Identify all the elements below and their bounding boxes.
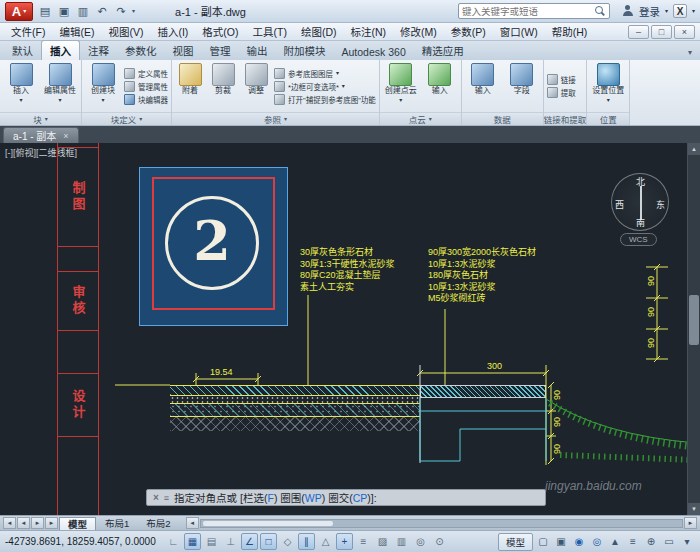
menu-window[interactable]: 窗口(W) [493, 23, 545, 40]
workspace-switch-icon[interactable]: ≡ [625, 534, 641, 550]
undo-icon[interactable]: ↶ [94, 3, 110, 19]
toggle-object-snap-tracking[interactable]: ∥ [298, 533, 315, 550]
menu-view[interactable]: 视图(V) [101, 23, 150, 40]
tab-view[interactable]: 视图 [165, 41, 202, 60]
menu-modify[interactable]: 修改(M) [393, 23, 444, 40]
quickview-drawings-icon[interactable]: ▣ [553, 534, 569, 550]
scroll-left-icon[interactable]: ◄ [186, 517, 199, 529]
tab-parametric[interactable]: 参数化 [117, 41, 165, 60]
tab-manage[interactable]: 管理 [202, 41, 239, 60]
sign-in-caret-icon[interactable] [665, 8, 668, 14]
option-wpolygon[interactable]: WP [305, 492, 322, 504]
manage-attributes-button[interactable]: 管理属性 [124, 81, 168, 92]
quickview-layouts-icon[interactable]: ▢ [535, 534, 551, 550]
horizontal-scroll-thumb[interactable] [203, 521, 333, 526]
clip-button[interactable]: 剪裁 [208, 61, 238, 111]
tab-featured-apps[interactable]: 精选应用 [414, 41, 472, 60]
menu-edit[interactable]: 编辑(E) [52, 23, 101, 40]
toggle-object-snap[interactable]: □ [260, 533, 277, 550]
sign-in-link[interactable]: 登录 [639, 4, 660, 19]
compass-east[interactable]: 东 [656, 198, 665, 211]
edit-attribute-button[interactable]: 编辑属性 [42, 61, 78, 111]
maximize-button[interactable]: □ [651, 25, 672, 39]
minimize-button[interactable]: – [628, 25, 649, 39]
first-tab-icon[interactable]: ◄ [3, 517, 16, 529]
toggle-quick-properties[interactable]: ▥ [393, 533, 410, 550]
toolbar-lock-icon[interactable]: ⊕ [643, 534, 659, 550]
snap-to-underlay-button[interactable]: 打开"捕捉到参考底图"功能 [274, 94, 376, 105]
clean-screen-icon[interactable]: ▭ [661, 534, 677, 550]
field-button[interactable]: 字段 [504, 61, 540, 111]
adjust-button[interactable]: 调整 [241, 61, 271, 111]
prev-tab-icon[interactable]: ◄ [17, 517, 30, 529]
toggle-grid-display[interactable]: ▤ [203, 533, 220, 550]
model-space-button[interactable]: 模型 [498, 533, 533, 551]
link-button[interactable]: 链接 [547, 74, 576, 85]
drawing-viewport[interactable]: [-][俯视][二维线框] 制图 审核 设计 2 [0, 143, 700, 515]
extract-button[interactable]: 提取 [547, 87, 576, 98]
menu-file[interactable]: 文件(F) [4, 23, 52, 40]
create-point-cloud-button[interactable]: 创建点云 [383, 61, 419, 111]
toggle-dynamic-ucs[interactable]: △ [317, 533, 334, 550]
panel-title-data[interactable]: 数据 [462, 112, 543, 125]
vertical-scrollbar[interactable]: ▲ ▼ [687, 143, 700, 515]
annotation-scale-icon[interactable]: ◉ [571, 534, 587, 550]
underlay-layers-button[interactable]: 参考底图图层 [274, 68, 376, 79]
insert-block-button[interactable]: 插入 [3, 61, 39, 111]
close-button[interactable]: × [674, 25, 695, 39]
toggle-snap-mode[interactable]: ▦ [184, 533, 201, 550]
print-icon[interactable]: ▥ [75, 3, 91, 19]
toggle-annotation-monitor[interactable]: ⊙ [431, 533, 448, 550]
menu-draw[interactable]: 绘图(D) [294, 23, 344, 40]
menu-insert[interactable]: 插入(I) [150, 23, 195, 40]
option-cpolygon[interactable]: CP [353, 492, 368, 504]
annotation-visibility-icon[interactable]: ◎ [589, 534, 605, 550]
scroll-up-icon[interactable]: ▲ [688, 143, 700, 155]
command-customize-icon[interactable]: ≡ [164, 493, 169, 503]
tab-home[interactable]: 默认 [4, 41, 41, 60]
toggle-infer-constraints[interactable]: ∟ [165, 533, 182, 550]
view-compass[interactable]: 北 南 西 东 [611, 173, 669, 231]
panel-title-block[interactable]: 块 [0, 112, 81, 125]
file-tab-close-icon[interactable]: × [63, 131, 68, 141]
toggle-3d-object-snap[interactable]: ◇ [279, 533, 296, 550]
toggle-ortho-mode[interactable]: ⊥ [222, 533, 239, 550]
scroll-right-icon[interactable]: ► [684, 517, 697, 529]
compass-north[interactable]: 北 [636, 175, 645, 188]
qat-dropdown-icon[interactable] [132, 8, 135, 14]
panel-title-location[interactable]: 位置 [587, 112, 629, 125]
next-tab-icon[interactable]: ► [31, 517, 44, 529]
toggle-polar-tracking[interactable]: ∠ [241, 533, 258, 550]
menu-dimension[interactable]: 标注(N) [344, 23, 394, 40]
horizontal-scrollbar[interactable]: ◄ ► [186, 517, 697, 529]
attach-button[interactable]: 附着 [175, 61, 205, 111]
status-menu-caret-icon[interactable]: ▾ [679, 534, 695, 550]
app-menu-button[interactable]: A [5, 2, 33, 21]
frames-button[interactable]: *边框可变选项* [274, 81, 376, 92]
vertical-scroll-thumb[interactable] [689, 295, 699, 345]
detail-bubble-image[interactable]: 2 [140, 168, 287, 325]
search-input[interactable] [462, 6, 595, 17]
command-line[interactable]: × ≡ 指定对角点或 [栏选(F) 圈围(WP) 圈交(CP)]: [146, 489, 546, 506]
panel-title-point-cloud[interactable]: 点云 [380, 112, 461, 125]
exchange-apps-icon[interactable]: X [673, 4, 687, 18]
point-cloud-import-button[interactable]: 输入 [422, 61, 458, 111]
coordinates-readout[interactable]: -42739.8691, 18259.4057, 0.0000 [5, 536, 163, 547]
create-block-button[interactable]: 创建块 [85, 61, 121, 111]
toggle-transparency[interactable]: ▨ [374, 533, 391, 550]
panel-title-block-definition[interactable]: 块定义 [82, 112, 171, 125]
import-button[interactable]: 输入 [465, 61, 501, 111]
command-close-icon[interactable]: × [153, 492, 159, 503]
define-attributes-button[interactable]: 定义属性 [124, 68, 168, 79]
panel-title-linking[interactable]: 链接和提取 [544, 112, 587, 125]
tab-output[interactable]: 输出 [239, 41, 276, 60]
toggle-lineweight[interactable]: ≡ [355, 533, 372, 550]
tab-insert[interactable]: 插入 [41, 40, 80, 60]
compass-south[interactable]: 南 [636, 216, 645, 229]
exchange-caret-icon[interactable] [692, 8, 695, 14]
ribbon-collapse-icon[interactable]: ▾ [684, 48, 696, 60]
tab-model[interactable]: 模型 [59, 517, 96, 530]
menu-tools[interactable]: 工具(T) [246, 23, 294, 40]
tab-addins[interactable]: 附加模块 [276, 41, 334, 60]
tab-layout2[interactable]: 布局2 [138, 517, 178, 530]
